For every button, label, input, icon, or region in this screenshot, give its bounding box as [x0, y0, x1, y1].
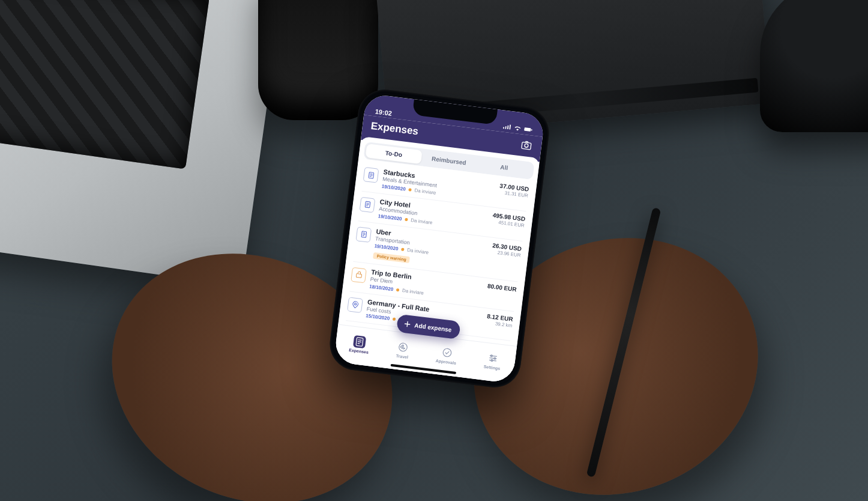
- check-circle-icon: [441, 345, 454, 359]
- nav-label: Travel: [396, 353, 408, 359]
- expense-amount: 8.12 EUR39.2 km: [485, 312, 513, 336]
- nav-expenses[interactable]: Expenses: [349, 335, 370, 354]
- add-expense-label: Add expense: [414, 322, 452, 333]
- mileage-icon: [347, 297, 363, 313]
- mug-prop-2: [760, 0, 868, 132]
- plane-icon: [397, 340, 410, 353]
- expense-amount: 37.00 USD31.31 EUR: [498, 183, 529, 207]
- status-dot-icon: [401, 247, 405, 251]
- nav-travel[interactable]: Travel: [396, 340, 410, 359]
- amount-primary: 80.00 EUR: [487, 282, 517, 293]
- expense-amount: 26.30 USD23.96 EUR: [489, 242, 522, 277]
- camera-icon: [520, 138, 533, 151]
- svg-rect-1: [531, 129, 532, 131]
- expense-amount: 495.98 USD451.01 EUR: [490, 211, 525, 236]
- camera-button[interactable]: [519, 138, 534, 153]
- svg-rect-7: [356, 274, 361, 278]
- nav-label: Expenses: [349, 348, 369, 354]
- receipt-icon: [355, 226, 372, 243]
- receipt-icon: [360, 196, 376, 213]
- sliders-icon: [486, 351, 499, 365]
- policy-warning-badge: Policy warning: [373, 252, 410, 263]
- nav-label: Approvals: [435, 358, 456, 365]
- signal-icon: [502, 124, 511, 132]
- status-time: 19:02: [375, 108, 392, 117]
- plus-icon: [403, 320, 412, 329]
- battery-icon: [523, 126, 532, 135]
- phone-screen: 19:02 Expenses: [334, 93, 546, 383]
- wifi-icon: [513, 125, 522, 133]
- svg-point-8: [354, 303, 357, 305]
- nav-approvals[interactable]: Approvals: [435, 345, 458, 365]
- svg-point-12: [442, 348, 451, 357]
- receipt-icon: [363, 167, 379, 183]
- status-dot-icon: [408, 188, 412, 192]
- svg-point-3: [525, 144, 529, 148]
- nav-settings[interactable]: Settings: [483, 351, 502, 370]
- page-title: Expenses: [370, 120, 419, 138]
- perdiem-icon: [351, 267, 367, 283]
- svg-rect-2: [522, 142, 531, 150]
- status-dot-icon: [393, 318, 396, 321]
- svg-rect-0: [524, 127, 531, 132]
- expense-amount: 80.00 EUR: [486, 282, 517, 307]
- laptop-prop: [0, 0, 283, 287]
- phone-device: 19:02 Expenses: [327, 87, 552, 390]
- receipt-icon: [353, 335, 366, 348]
- nav-label: Settings: [483, 364, 500, 370]
- status-dot-icon: [396, 288, 400, 291]
- status-dot-icon: [405, 218, 408, 222]
